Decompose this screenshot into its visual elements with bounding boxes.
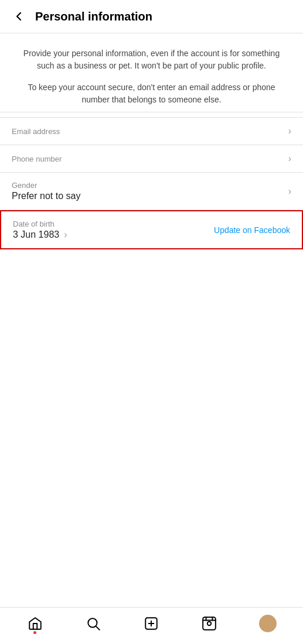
dob-field-row[interactable]: Date of birth 3 Jun 1983 › Update on Fac… bbox=[0, 210, 303, 249]
gender-value: Prefer not to say bbox=[12, 191, 80, 201]
dob-label: Date of birth bbox=[13, 220, 205, 228]
nav-item-search[interactable] bbox=[85, 615, 101, 632]
gender-label: Gender bbox=[12, 181, 80, 190]
dob-wrapper: Date of birth 3 Jun 1983 › Update on Fac… bbox=[13, 220, 290, 240]
dob-left: Date of birth 3 Jun 1983 › bbox=[13, 220, 205, 240]
email-label: Email address bbox=[12, 127, 60, 136]
email-chevron-icon: › bbox=[288, 126, 291, 136]
phone-chevron-icon: › bbox=[288, 153, 291, 164]
home-notification-dot bbox=[33, 631, 36, 634]
page-title: Personal information bbox=[35, 10, 152, 23]
email-field-row[interactable]: Email address › bbox=[0, 117, 303, 145]
profile-avatar bbox=[259, 615, 277, 632]
dob-value: 3 Jun 1983 bbox=[13, 229, 59, 240]
gender-field-row[interactable]: Gender Prefer not to say › bbox=[0, 173, 303, 210]
gender-chevron-icon: › bbox=[288, 186, 291, 197]
description-paragraph-2: To keep your account secure, don't enter… bbox=[18, 81, 285, 106]
description-paragraph-1: Provide your personal information, even … bbox=[18, 47, 285, 72]
gender-field-content: Gender Prefer not to say bbox=[12, 181, 80, 201]
nav-item-profile[interactable] bbox=[259, 615, 277, 632]
home-icon bbox=[27, 615, 43, 632]
header: Personal information bbox=[0, 0, 303, 33]
dob-chevron-icon: › bbox=[64, 229, 67, 240]
nav-item-create[interactable] bbox=[143, 615, 159, 632]
description-section: Provide your personal information, even … bbox=[0, 33, 303, 112]
dob-right: 3 Jun 1983 › bbox=[13, 229, 205, 240]
phone-field-row[interactable]: Phone number › bbox=[0, 145, 303, 173]
update-on-facebook-link[interactable]: Update on Facebook bbox=[214, 225, 290, 235]
fields-section: Email address › Phone number › Gender Pr… bbox=[0, 117, 303, 249]
svg-point-6 bbox=[207, 622, 211, 626]
svg-line-1 bbox=[96, 626, 99, 630]
back-button[interactable] bbox=[12, 9, 26, 23]
phone-label: Phone number bbox=[12, 155, 62, 163]
email-field-content: Email address bbox=[12, 127, 60, 136]
svg-rect-5 bbox=[203, 617, 216, 630]
bottom-nav bbox=[0, 607, 303, 644]
nav-item-home[interactable] bbox=[27, 615, 43, 632]
phone-field-content: Phone number bbox=[12, 155, 62, 163]
search-icon bbox=[85, 615, 101, 632]
create-icon bbox=[143, 615, 159, 632]
nav-item-reels[interactable] bbox=[201, 615, 217, 632]
reels-icon bbox=[201, 615, 217, 632]
